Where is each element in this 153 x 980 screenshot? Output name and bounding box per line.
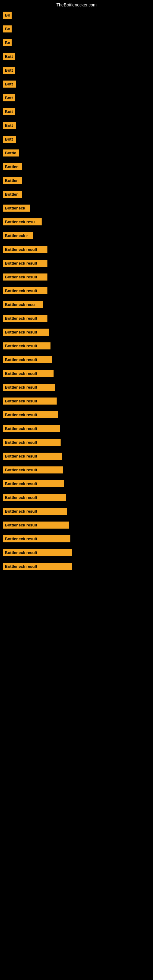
list-item: Bottleneck result bbox=[0, 370, 153, 378]
list-item: Bo bbox=[0, 12, 153, 20]
bottleneck-result-label: Bott bbox=[3, 67, 15, 74]
bottleneck-result-label: Bottlen bbox=[3, 163, 22, 170]
list-item: Bottleneck result bbox=[0, 384, 153, 392]
list-item: Bott bbox=[0, 136, 153, 144]
list-item: Bottlen bbox=[0, 163, 153, 172]
bottleneck-result-label: Bottleneck result bbox=[3, 563, 72, 570]
list-item: Bottlen bbox=[0, 177, 153, 185]
list-item: Bo bbox=[0, 39, 153, 48]
bottleneck-result-label: Bottleneck result bbox=[3, 329, 49, 336]
bottleneck-result-label: Bottleneck result bbox=[3, 370, 54, 377]
list-item: Bottleneck bbox=[0, 205, 153, 213]
bottleneck-result-label: Bottleneck result bbox=[3, 246, 48, 253]
bottleneck-result-label: Bo bbox=[3, 12, 12, 19]
list-item: Bottleneck result bbox=[0, 287, 153, 296]
list-item: Bottleneck result bbox=[0, 315, 153, 323]
list-item: Bott bbox=[0, 94, 153, 103]
list-item: Bottleneck result bbox=[0, 439, 153, 447]
list-item: Bott bbox=[0, 122, 153, 130]
bottleneck-result-label: Bottleneck result bbox=[3, 480, 64, 487]
list-item: Bottleneck resu bbox=[0, 218, 153, 227]
list-item: Bottleneck result bbox=[0, 535, 153, 544]
bottleneck-result-label: Bottleneck result bbox=[3, 549, 72, 556]
bottleneck-result-label: Bott bbox=[3, 81, 16, 88]
list-item: Bottleneck result bbox=[0, 480, 153, 488]
list-item: Bottleneck result bbox=[0, 274, 153, 282]
list-item: Bottleneck result bbox=[0, 549, 153, 557]
list-item: Bottleneck result bbox=[0, 494, 153, 502]
bottleneck-result-label: Bottleneck result bbox=[3, 425, 60, 432]
list-item: Bottleneck result bbox=[0, 466, 153, 475]
bottleneck-result-label: Bottleneck resu bbox=[3, 218, 41, 225]
list-item: Bottleneck result bbox=[0, 342, 153, 351]
bottleneck-result-label: Bottleneck result bbox=[3, 356, 52, 363]
list-item: Bottle bbox=[0, 150, 153, 158]
bottleneck-result-label: Bottleneck result bbox=[3, 342, 51, 350]
bottleneck-result-label: Bottleneck result bbox=[3, 466, 63, 474]
site-title: TheBottlenecker.com bbox=[0, 0, 153, 9]
list-item: Bo bbox=[0, 25, 153, 34]
bottleneck-result-label: Bott bbox=[3, 108, 15, 115]
bottleneck-result-label: Bottleneck bbox=[3, 205, 30, 212]
bottleneck-result-label: Bottleneck result bbox=[3, 260, 48, 267]
bottleneck-result-label: Bottleneck result bbox=[3, 439, 61, 446]
bottleneck-result-label: Bottleneck result bbox=[3, 494, 66, 501]
bottleneck-result-label: Bo bbox=[3, 25, 12, 32]
list-item: Bott bbox=[0, 67, 153, 75]
bottleneck-result-label: Bottleneck result bbox=[3, 384, 55, 391]
bottleneck-result-label: Bottleneck result bbox=[3, 508, 67, 515]
list-item: Bottleneck r bbox=[0, 232, 153, 240]
list-item: Bott bbox=[0, 81, 153, 89]
bottleneck-result-label: Bottleneck result bbox=[3, 398, 57, 404]
list-item: Bottleneck result bbox=[0, 522, 153, 530]
bottleneck-result-label: Bott bbox=[3, 94, 15, 101]
bottleneck-result-label: Bottleneck result bbox=[3, 453, 62, 460]
bottleneck-result-label: Bottleneck r bbox=[3, 232, 33, 239]
list-item: Bottleneck result bbox=[0, 508, 153, 516]
list-item: Bottleneck result bbox=[0, 260, 153, 268]
items-container: BoBoBoBottBottBottBottBottBottBottBottle… bbox=[0, 9, 153, 580]
list-item: Bottleneck result bbox=[0, 453, 153, 461]
list-item: Bottleneck result bbox=[0, 329, 153, 337]
list-item: Bottleneck resu bbox=[0, 301, 153, 309]
bottleneck-result-label: Bottlen bbox=[3, 191, 22, 198]
bottleneck-result-label: Bottleneck resu bbox=[3, 301, 43, 308]
bottleneck-result-label: Bott bbox=[3, 53, 15, 60]
list-item: Bott bbox=[0, 108, 153, 116]
bottleneck-result-label: Bott bbox=[3, 122, 16, 129]
bottleneck-result-label: Bottleneck result bbox=[3, 287, 48, 294]
bottleneck-result-label: Bo bbox=[3, 39, 12, 46]
bottleneck-result-label: Bottleneck result bbox=[3, 315, 48, 322]
list-item: Bottleneck result bbox=[0, 246, 153, 254]
list-item: Bottleneck result bbox=[0, 563, 153, 571]
list-item: Bottleneck result bbox=[0, 411, 153, 420]
bottleneck-result-label: Bottleneck result bbox=[3, 411, 58, 418]
bottleneck-result-label: Bottle bbox=[3, 150, 19, 156]
list-item: Bott bbox=[0, 53, 153, 61]
bottleneck-result-label: Bottleneck result bbox=[3, 522, 69, 528]
bottleneck-result-label: Bott bbox=[3, 136, 16, 143]
list-item: Bottleneck result bbox=[0, 425, 153, 433]
bottleneck-result-label: Bottlen bbox=[3, 177, 22, 184]
bottleneck-result-label: Bottleneck result bbox=[3, 274, 48, 280]
bottleneck-result-label: Bottleneck result bbox=[3, 535, 70, 542]
list-item: Bottlen bbox=[0, 191, 153, 199]
list-item: Bottleneck result bbox=[0, 398, 153, 406]
list-item: Bottleneck result bbox=[0, 356, 153, 364]
